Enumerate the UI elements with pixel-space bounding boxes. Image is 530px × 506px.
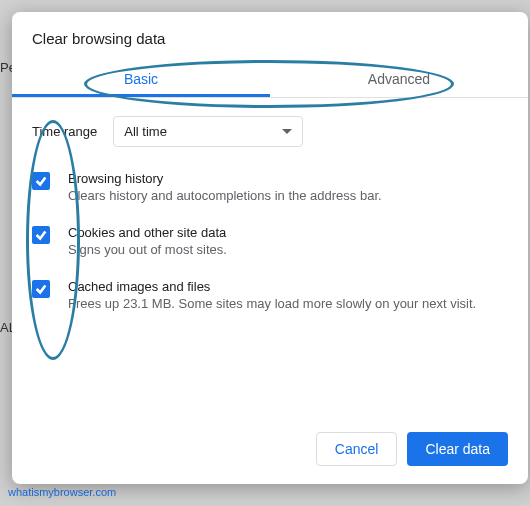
option-title: Cookies and other site data: [68, 225, 227, 240]
check-icon: [34, 282, 48, 296]
tab-label: Basic: [124, 71, 158, 87]
dialog-title: Clear browsing data: [12, 12, 528, 59]
option-desc: Clears history and autocompletions in th…: [68, 188, 382, 203]
option-title: Browsing history: [68, 171, 382, 186]
option-desc: Signs you out of most sites.: [68, 242, 227, 257]
option-browsing-history: Browsing history Clears history and auto…: [32, 171, 508, 203]
select-value: All time: [124, 124, 167, 139]
time-range-row: Time range All time: [32, 116, 508, 147]
dialog-body: Time range All time Browsing history Cle…: [12, 98, 528, 418]
tab-basic[interactable]: Basic: [12, 59, 270, 97]
check-icon: [34, 228, 48, 242]
tab-label: Advanced: [368, 71, 430, 87]
time-range-select[interactable]: All time: [113, 116, 303, 147]
clear-data-button[interactable]: Clear data: [407, 432, 508, 466]
checkbox-cached[interactable]: [32, 280, 50, 298]
option-text: Cookies and other site data Signs you ou…: [68, 225, 227, 257]
dialog-buttons: Cancel Clear data: [12, 418, 528, 484]
option-cookies: Cookies and other site data Signs you ou…: [32, 225, 508, 257]
option-cached: Cached images and files Frees up 23.1 MB…: [32, 279, 508, 311]
tab-advanced[interactable]: Advanced: [270, 59, 528, 97]
option-title: Cached images and files: [68, 279, 476, 294]
checkbox-cookies[interactable]: [32, 226, 50, 244]
cancel-button[interactable]: Cancel: [316, 432, 398, 466]
time-range-label: Time range: [32, 124, 97, 139]
check-icon: [34, 174, 48, 188]
clear-browsing-data-dialog: Clear browsing data Basic Advanced Time …: [12, 12, 528, 484]
checkbox-browsing-history[interactable]: [32, 172, 50, 190]
tab-bar: Basic Advanced: [12, 59, 528, 98]
option-desc: Frees up 23.1 MB. Some sites may load mo…: [68, 296, 476, 311]
footer-link[interactable]: whatismybrowser.com: [8, 486, 116, 498]
option-text: Browsing history Clears history and auto…: [68, 171, 382, 203]
chevron-down-icon: [282, 129, 292, 134]
option-text: Cached images and files Frees up 23.1 MB…: [68, 279, 476, 311]
